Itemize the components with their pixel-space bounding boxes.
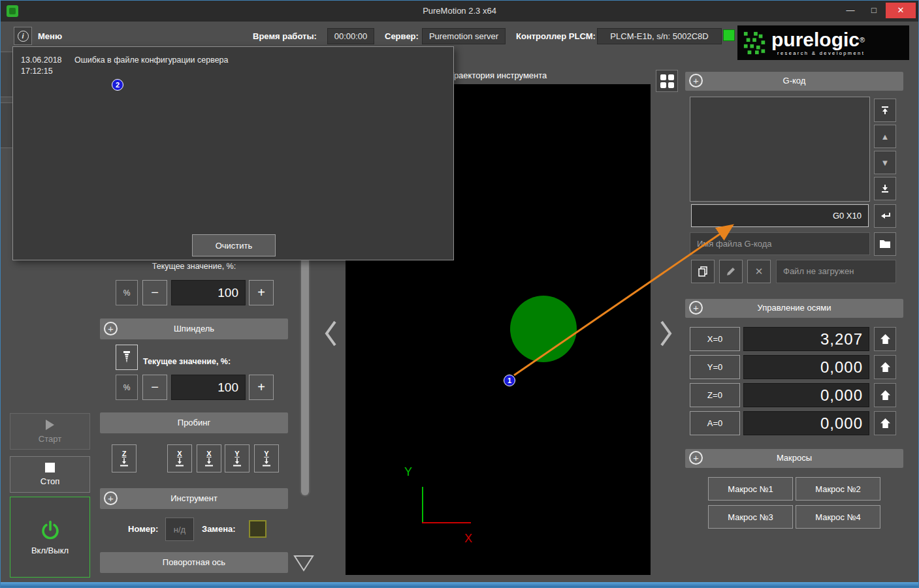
y-axis-line (422, 487, 423, 523)
feed-minus-button[interactable]: − (142, 280, 167, 305)
collapse-right-chevron-icon[interactable] (659, 319, 673, 348)
rotary-title: Поворотная ось (100, 552, 288, 572)
probe-letter: X (206, 450, 211, 457)
gcode-scroll-up-button[interactable]: ▲ (874, 125, 896, 148)
info-button[interactable]: i (14, 27, 32, 45)
home-icon (880, 390, 891, 401)
power-icon (39, 519, 61, 542)
a-zero-button[interactable]: A=0 (690, 411, 740, 435)
macro-2-button[interactable]: Макрос №2 (796, 477, 880, 501)
y-axis-label: Y (404, 465, 412, 479)
minimize-button[interactable]: — (839, 3, 862, 18)
probe-down-icon (174, 457, 185, 468)
pencil-icon (726, 266, 736, 277)
x-zero-button[interactable]: X=0 (690, 327, 740, 351)
y-zero-button[interactable]: Y=0 (690, 355, 740, 379)
gcode-expand-button[interactable]: + (689, 74, 703, 87)
x-home-button[interactable] (874, 327, 896, 351)
home-icon (880, 333, 891, 345)
log-entry-time: 17:12:15 (21, 66, 74, 77)
gcode-filename-input[interactable] (690, 232, 870, 255)
axes-expand-button[interactable]: + (689, 301, 703, 315)
grid-icon (660, 74, 674, 88)
gcode-scroll-top-button[interactable] (874, 99, 896, 122)
side-tab-1[interactable] (1, 52, 13, 97)
controller-label: Контроллер PLCM: (516, 31, 596, 41)
z-axis-value: 0,000 (743, 383, 869, 407)
gcode-command-input[interactable] (691, 204, 869, 227)
spindle-value: 100 (171, 375, 246, 400)
tool-replace-checkbox[interactable] (249, 520, 266, 538)
x-axis-value: 3,207 (743, 327, 869, 351)
power-button[interactable]: Вкл/Выкл (10, 497, 90, 578)
log-entry-date: 13.06.2018 (21, 55, 74, 66)
maximize-button[interactable]: □ (862, 3, 886, 18)
z-home-button[interactable] (874, 383, 896, 407)
annotation-badge-1: 1 (504, 375, 515, 386)
probe-down-icon (232, 457, 242, 468)
y-axis-value: 0,000 (743, 355, 869, 379)
probe-y-minus-button[interactable]: Y (225, 444, 250, 472)
probe-letter: Y (234, 450, 239, 457)
spindle-plus-button[interactable]: + (249, 375, 274, 400)
start-button[interactable]: Старт (10, 413, 90, 450)
side-tab-2[interactable] (1, 102, 13, 148)
spindle-unit-box: % (116, 375, 138, 400)
probe-x-minus-button[interactable]: X (167, 444, 192, 472)
close-file-button[interactable]: ✕ (747, 260, 771, 283)
probing-title: Пробинг (100, 412, 288, 433)
axes-title: Управление осями (685, 299, 903, 317)
spindle-section-header: + Шпиндель (100, 318, 288, 339)
stop-icon (45, 463, 55, 472)
logo-wordmark: purelogic (771, 29, 860, 50)
spindle-expand-button[interactable]: + (104, 322, 118, 335)
gcode-scroll-down-button[interactable]: ▼ (874, 151, 896, 174)
close-button[interactable]: ✕ (886, 3, 916, 18)
spindle-button[interactable] (116, 345, 138, 370)
macro-3-button[interactable]: Макрос №3 (708, 505, 793, 529)
y-home-button[interactable] (874, 355, 896, 379)
open-file-button[interactable] (874, 232, 896, 256)
new-file-button[interactable] (691, 260, 715, 283)
collapse-left-chevron-icon[interactable] (323, 319, 338, 348)
gcode-listing[interactable] (690, 97, 870, 202)
gcode-scroll-bottom-button[interactable] (874, 177, 896, 200)
tool-expand-button[interactable]: + (104, 491, 118, 505)
power-label: Вкл/Выкл (31, 546, 69, 555)
uptime-value: 00:00:00 (327, 28, 374, 44)
tool-replace-label: Замена: (202, 524, 236, 534)
clear-log-button[interactable]: Очистить (192, 234, 276, 256)
log-overlay-panel: 13.06.2018 17:12:15 Ошибка в файле конфи… (12, 46, 454, 260)
annotation-badge-2: 2 (112, 79, 123, 91)
x-axis-line (422, 522, 471, 523)
arrow-to-top-icon (880, 105, 890, 116)
z-zero-button[interactable]: Z=0 (690, 383, 740, 407)
logo-dot-matrix-icon (743, 30, 767, 56)
probe-z-button[interactable]: Z (112, 444, 137, 472)
arrow-to-bottom-icon (880, 183, 890, 194)
gcode-send-button[interactable] (874, 204, 896, 228)
menu-button[interactable]: Меню (38, 31, 62, 41)
feed-plus-button[interactable]: + (249, 280, 274, 305)
probe-y-plus-button[interactable]: Y (254, 444, 279, 472)
macros-section-header: + Макросы (685, 449, 903, 468)
stop-button[interactable]: Стоп (10, 456, 90, 493)
macros-expand-button[interactable]: + (689, 451, 703, 465)
probe-x-plus-button[interactable]: X (197, 444, 221, 472)
a-home-button[interactable] (874, 411, 896, 435)
purelogic-logo: purelogic® research & development (737, 25, 909, 60)
tool-number-label: Номер: (128, 524, 158, 534)
log-entry-text: Ошибка в файле конфигурации сервера (74, 55, 229, 77)
home-icon (880, 362, 891, 373)
feed-unit-box: % (116, 280, 138, 305)
edit-file-button[interactable] (719, 260, 743, 283)
macro-1-button[interactable]: Макрос №1 (708, 477, 793, 501)
scroll-down-triangle-icon[interactable] (293, 552, 315, 574)
uptime-label: Время работы: (253, 31, 317, 41)
probe-letter: Y (264, 450, 268, 457)
macro-4-button[interactable]: Макрос №4 (796, 505, 880, 529)
spindle-minus-button[interactable]: − (142, 375, 167, 400)
view-layout-button[interactable] (656, 70, 678, 92)
title-bar: PureMotion 2.3 x64 — □ ✕ (1, 1, 918, 22)
play-icon (46, 420, 54, 430)
